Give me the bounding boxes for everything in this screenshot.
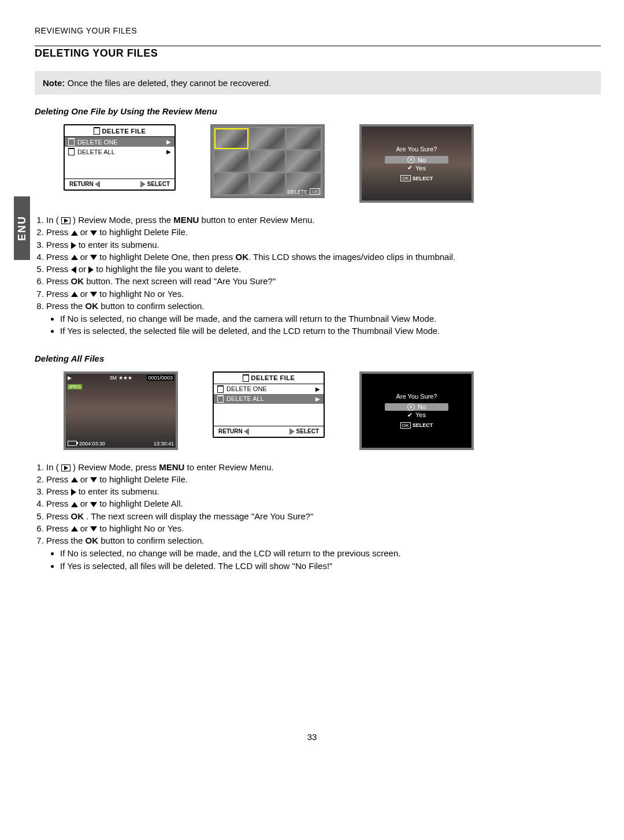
t: OK [71, 511, 84, 521]
label: DELETE ONE [77, 139, 118, 146]
bullet: If No is selected, no change will be mad… [60, 313, 601, 325]
subsection-title-two: Deleting All Files [35, 354, 601, 363]
t: Press [46, 511, 71, 521]
trash-icon [68, 148, 75, 155]
bullet: If Yes is selected, all files will be de… [60, 560, 601, 572]
label: No [418, 403, 426, 410]
step: In ( ) Review Mode, press MENU to enter … [46, 462, 601, 473]
t: to highlight No or Yes. [97, 523, 184, 533]
confirm-option-yes: ✔Yes [385, 164, 448, 172]
trash-icon [217, 385, 224, 393]
t: button to enter Review Menu. [199, 215, 314, 225]
thumbnail-cell [250, 128, 284, 149]
triangle-down-icon [90, 477, 97, 482]
section-title: DELETING YOUR FILES [35, 47, 601, 60]
subsection-title-one: Deleting One File by Using the Review Me… [35, 106, 601, 116]
confirm-dialog: Are You Sure? ✕No ✔Yes OKSELECT [385, 146, 448, 181]
t: Press [46, 474, 71, 484]
t: In ( [46, 215, 61, 225]
step: Press to enter its submenu. [46, 239, 601, 251]
t: Press [46, 227, 71, 237]
trash-icon [243, 374, 249, 382]
triangle-right-icon [71, 489, 76, 496]
triangle-up-icon [71, 502, 78, 507]
t: or [78, 289, 91, 299]
menu-title: DELETE FILE [214, 373, 324, 384]
x-icon: ✕ [407, 403, 415, 411]
triangle-right-icon: ▶ [166, 139, 171, 145]
ok-icon: OK [400, 175, 411, 181]
t: Press [46, 276, 71, 286]
triangle-left-icon [71, 266, 76, 273]
trash-icon [217, 395, 224, 403]
trash-icon [68, 138, 75, 146]
return-label: RETURN [69, 181, 94, 187]
note-label: Note: [43, 78, 65, 88]
t: to highlight Delete All. [97, 499, 183, 508]
triangle-up-icon [71, 255, 78, 260]
confirm-dialog: Are You Sure? ✕No ✔Yes OKSELECT [385, 393, 448, 429]
select-label: SELECT [413, 422, 433, 428]
time-label: 13:30:41 [154, 441, 174, 447]
t: OK [86, 301, 99, 311]
triangle-right-icon: ▶ [166, 148, 171, 155]
t: or [78, 227, 91, 237]
play-icon [61, 217, 70, 224]
t: OK [86, 536, 99, 545]
select-label: SELECT [413, 176, 433, 181]
step: Press or to highlight Delete File. [46, 474, 601, 485]
thumbnail-cell [287, 151, 321, 172]
x-icon: ✕ [407, 156, 415, 163]
triangle-left-icon [95, 181, 100, 188]
menu-title-text: DELETE FILE [102, 128, 146, 135]
t: Press [46, 252, 71, 262]
ok-icon: OK [310, 188, 320, 195]
side-tab: ENU [14, 196, 30, 260]
menu-figure: DELETE FILE DELETE ONE ▶ DELETE ALL ▶ RE… [213, 371, 325, 438]
confirm-option-no: ✕No [385, 156, 448, 163]
label: Yes [415, 411, 426, 418]
t: or [78, 523, 91, 533]
t: button to confirm selection. [98, 536, 204, 545]
thumbnail-cell [250, 173, 284, 194]
counter-label: 0001/0003 [147, 375, 174, 381]
bullet: If Yes is selected, the selected file wi… [60, 325, 601, 337]
res-label: 3M [109, 375, 117, 381]
t: . This LCD shows the images/video clips … [248, 252, 455, 262]
t: button to confirm selection. [98, 301, 204, 311]
triangle-up-icon [71, 231, 78, 236]
menu-item-delete-all: DELETE ALL ▶ [65, 147, 174, 157]
triangle-left-icon [244, 428, 249, 435]
t: Press [46, 486, 71, 496]
t: ) Review Mode, press [70, 462, 159, 472]
label: DELETE ALL [77, 148, 115, 155]
triangle-right-icon [88, 266, 94, 273]
t: to highlight the file you want to delete… [94, 264, 241, 274]
confirm-question: Are You Sure? [385, 146, 448, 153]
play-mini-icon: ▶ [68, 375, 72, 381]
step: Press OK button. The next screen will re… [46, 276, 601, 287]
page-number: 33 [307, 732, 317, 742]
check-icon: ✔ [407, 411, 413, 419]
t: Press the [46, 536, 86, 545]
t: Press [46, 240, 71, 250]
confirm-question: Are You Sure? [385, 393, 448, 400]
thumbnail-cell [287, 128, 321, 149]
t: or [78, 474, 91, 484]
step: Press or to highlight No or Yes. [46, 523, 601, 534]
thumbnail-cell [214, 173, 248, 194]
step: Press or to highlight Delete One, then p… [46, 251, 601, 263]
thumbnail-cell [250, 151, 284, 172]
running-header: REVIEWING YOUR FILES [35, 26, 601, 35]
note-box: Note: Once the files are deleted, they c… [35, 71, 601, 95]
t: or [78, 252, 91, 262]
menu-footer: RETURN SELECT [65, 179, 174, 189]
thumbnail-figure: DELETE OK [210, 124, 325, 198]
triangle-up-icon [71, 292, 78, 297]
triangle-down-icon [90, 526, 97, 531]
note-text: Once the files are deleted, they cannot … [65, 78, 271, 88]
label: DELETE ALL [226, 395, 264, 402]
play-icon [61, 464, 70, 471]
thumbnail-cell [214, 151, 248, 172]
t: . The next screen will display the messa… [84, 511, 313, 521]
